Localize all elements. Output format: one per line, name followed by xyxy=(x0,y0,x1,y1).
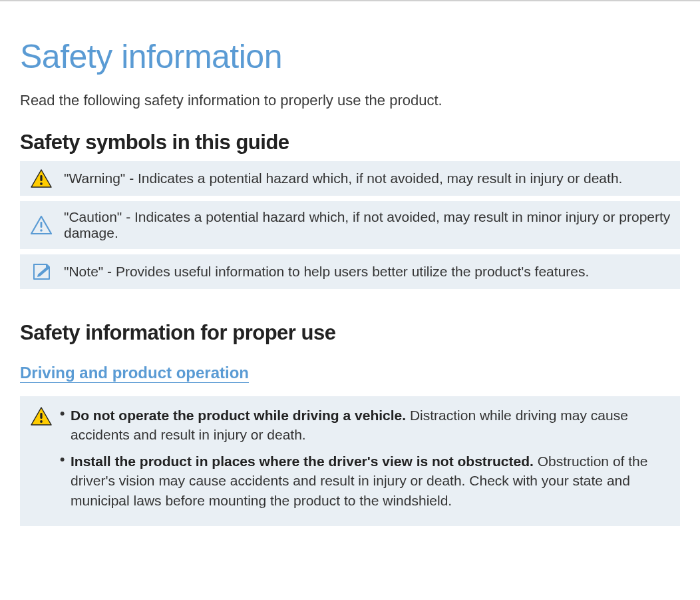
svg-point-5 xyxy=(40,420,43,423)
warning-icon xyxy=(29,169,53,188)
warning-item-1-bold: Do not operate the product while driving… xyxy=(71,408,406,423)
symbol-row-warning: "Warning" - Indicates a potential hazard… xyxy=(20,161,680,196)
document-page: Safety information Read the following sa… xyxy=(0,1,700,546)
symbols-heading: Safety symbols in this guide xyxy=(20,131,680,154)
svg-rect-2 xyxy=(41,222,43,228)
note-icon xyxy=(29,262,53,281)
warning-item-2-bold: Install the product in places where the … xyxy=(71,453,534,469)
warning-icon xyxy=(29,406,53,426)
warning-item-1: Do not operate the product while driving… xyxy=(60,406,671,445)
proper-use-heading: Safety information for proper use xyxy=(20,321,680,345)
intro-text: Read the following safety information to… xyxy=(20,92,680,109)
symbol-row-note: "Note" - Provides useful information to … xyxy=(20,254,680,289)
svg-point-3 xyxy=(40,229,43,232)
page-title: Safety information xyxy=(20,37,680,76)
symbol-warning-text: "Warning" - Indicates a potential hazard… xyxy=(64,170,622,186)
svg-point-1 xyxy=(40,182,43,185)
svg-rect-4 xyxy=(40,413,42,419)
symbol-note-text: "Note" - Provides useful information to … xyxy=(64,264,589,280)
symbol-row-caution: "Caution" - Indicates a potential hazard… xyxy=(20,201,680,249)
symbol-caution-text: "Caution" - Indicates a potential hazard… xyxy=(64,209,671,241)
driving-subheading: Driving and product operation xyxy=(20,364,249,383)
caution-icon xyxy=(29,216,53,234)
warning-item-2: Install the product in places where the … xyxy=(60,451,671,510)
svg-rect-0 xyxy=(40,175,42,181)
warning-list: Do not operate the product while driving… xyxy=(60,406,671,517)
driving-warning-block: Do not operate the product while driving… xyxy=(20,396,680,526)
